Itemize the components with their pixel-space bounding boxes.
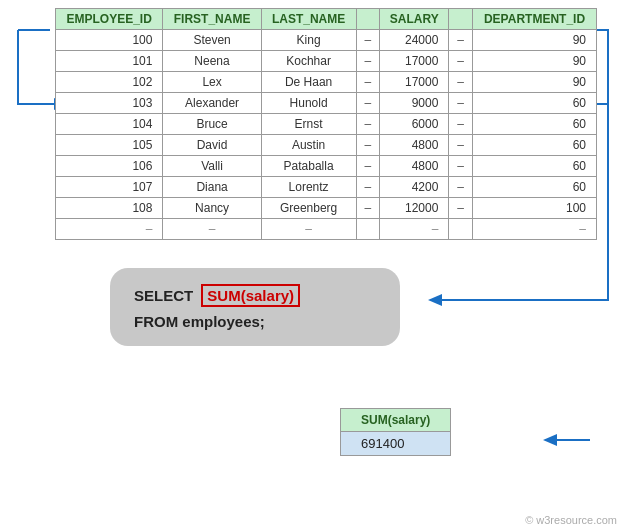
table-row: Alexander xyxy=(163,93,261,114)
table-row: – xyxy=(356,51,380,72)
table-row: – xyxy=(449,30,473,51)
select-keyword: SELECT xyxy=(134,287,193,304)
table-row xyxy=(449,219,473,240)
table-row xyxy=(356,219,380,240)
table-row: – xyxy=(473,219,597,240)
result-table: SUM(salary) 691400 xyxy=(340,408,451,456)
table-row: 17000 xyxy=(380,72,449,93)
table-row: – xyxy=(380,219,449,240)
table-row: – xyxy=(56,219,163,240)
table-row: – xyxy=(449,72,473,93)
result-container: SUM(salary) 691400 xyxy=(340,408,451,456)
table-row: 104 xyxy=(56,114,163,135)
table-row: Hunold xyxy=(261,93,356,114)
table-row: Pataballa xyxy=(261,156,356,177)
query-line-2: FROM employees; xyxy=(134,313,376,330)
table-row: Bruce xyxy=(163,114,261,135)
table-row: King xyxy=(261,30,356,51)
table-row: 108 xyxy=(56,198,163,219)
table-row: 4800 xyxy=(380,135,449,156)
col-sep2 xyxy=(449,9,473,30)
table-row: – xyxy=(163,219,261,240)
query-box: SELECT SUM(salary) FROM employees; xyxy=(110,268,400,346)
table-row: – xyxy=(449,177,473,198)
table-row: – xyxy=(449,51,473,72)
table-row: 100 xyxy=(473,198,597,219)
employee-table-container: EMPLOYEE_ID FIRST_NAME LAST_NAME SALARY … xyxy=(55,8,597,240)
table-row: – xyxy=(449,114,473,135)
col-sep1 xyxy=(356,9,380,30)
table-row: 105 xyxy=(56,135,163,156)
table-row: 4800 xyxy=(380,156,449,177)
table-row: 103 xyxy=(56,93,163,114)
table-row: – xyxy=(449,93,473,114)
table-row: – xyxy=(356,156,380,177)
table-row: – xyxy=(261,219,356,240)
table-row: 90 xyxy=(473,72,597,93)
table-row: 9000 xyxy=(380,93,449,114)
table-row: – xyxy=(449,135,473,156)
col-salary: SALARY xyxy=(380,9,449,30)
table-row: David xyxy=(163,135,261,156)
table-row: Steven xyxy=(163,30,261,51)
table-row: – xyxy=(356,198,380,219)
table-row: 107 xyxy=(56,177,163,198)
query-line-1: SELECT SUM(salary) xyxy=(134,284,376,307)
table-row: 4200 xyxy=(380,177,449,198)
table-row: – xyxy=(356,72,380,93)
table-row: 60 xyxy=(473,135,597,156)
table-row: – xyxy=(356,114,380,135)
table-row: 100 xyxy=(56,30,163,51)
table-row: Lorentz xyxy=(261,177,356,198)
table-row: De Haan xyxy=(261,72,356,93)
table-row: Valli xyxy=(163,156,261,177)
table-row: Greenberg xyxy=(261,198,356,219)
col-last-name: LAST_NAME xyxy=(261,9,356,30)
table-row: Neena xyxy=(163,51,261,72)
table-row: – xyxy=(449,156,473,177)
table-row: 90 xyxy=(473,30,597,51)
watermark: © w3resource.com xyxy=(525,514,617,526)
result-header: SUM(salary) xyxy=(341,409,451,432)
table-row: 60 xyxy=(473,156,597,177)
table-row: 60 xyxy=(473,114,597,135)
table-row: Austin xyxy=(261,135,356,156)
table-row: Kochhar xyxy=(261,51,356,72)
table-row: Lex xyxy=(163,72,261,93)
table-row: 101 xyxy=(56,51,163,72)
table-row: – xyxy=(356,30,380,51)
table-row: 24000 xyxy=(380,30,449,51)
table-row: – xyxy=(356,135,380,156)
col-department-id: DEPARTMENT_ID xyxy=(473,9,597,30)
result-value: 691400 xyxy=(341,432,451,456)
table-row: Nancy xyxy=(163,198,261,219)
employee-table: EMPLOYEE_ID FIRST_NAME LAST_NAME SALARY … xyxy=(55,8,597,240)
table-row: – xyxy=(356,177,380,198)
table-row: 90 xyxy=(473,51,597,72)
table-row: 102 xyxy=(56,72,163,93)
table-row: Ernst xyxy=(261,114,356,135)
col-employee-id: EMPLOYEE_ID xyxy=(56,9,163,30)
table-row: 6000 xyxy=(380,114,449,135)
table-row: – xyxy=(356,93,380,114)
table-row: – xyxy=(449,198,473,219)
table-row: 60 xyxy=(473,93,597,114)
col-first-name: FIRST_NAME xyxy=(163,9,261,30)
table-row: 60 xyxy=(473,177,597,198)
sum-function: SUM(salary) xyxy=(201,284,300,307)
table-row: Diana xyxy=(163,177,261,198)
table-row: 12000 xyxy=(380,198,449,219)
table-row: 17000 xyxy=(380,51,449,72)
table-row: 106 xyxy=(56,156,163,177)
